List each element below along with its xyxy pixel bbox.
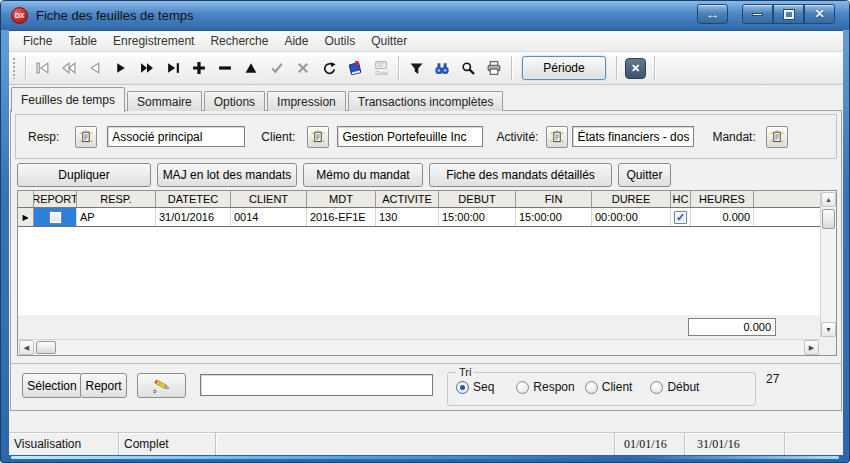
minimize-button[interactable] (742, 4, 773, 24)
grid-vertical-scrollbar[interactable]: ▲ ▼ (820, 191, 836, 338)
toolbar-close-button[interactable]: ✕ (625, 58, 646, 79)
post-record-button[interactable] (264, 55, 290, 81)
cell-debut[interactable]: 15:00:00 (439, 208, 516, 226)
find-button[interactable] (429, 55, 455, 81)
edit-pencil-button[interactable] (137, 373, 186, 398)
header-fin[interactable]: FIN (516, 191, 592, 208)
cell-duree[interactable]: 00:00:00 (592, 208, 671, 226)
report-checkbox[interactable] (49, 211, 62, 224)
quitter-button[interactable]: Quitter (618, 163, 671, 187)
nav-fast-back-button[interactable] (56, 55, 82, 81)
status-date-to: 31/01/16 (685, 433, 785, 455)
scroll-left-button[interactable]: ◀ (19, 340, 34, 355)
refresh-button[interactable] (316, 55, 342, 81)
grid-horizontal-scrollbar[interactable]: ◀ ▶ (18, 339, 820, 355)
search-button[interactable] (455, 55, 481, 81)
cell-activite[interactable]: 130 (376, 208, 439, 226)
menu-item-aide[interactable]: Aide (276, 34, 316, 48)
header-activite[interactable]: ACTIVITE (376, 191, 439, 208)
header-datetec[interactable]: DATETEC (156, 191, 231, 208)
cell-resp[interactable]: AP (77, 208, 156, 226)
radio-seq[interactable]: Seq (456, 380, 494, 394)
hc-checkbox[interactable]: ✓ (674, 211, 687, 224)
minimize-icon (752, 13, 763, 16)
resp-field[interactable] (107, 126, 245, 147)
menu-item-quitter[interactable]: Quitter (363, 34, 415, 48)
app-icon: DX (11, 7, 28, 24)
maximize-button[interactable] (773, 4, 804, 24)
goto-button[interactable]: Goto (368, 55, 394, 81)
header-heures[interactable]: HEURES (691, 191, 754, 208)
client-label: Client: (261, 130, 295, 144)
scroll-up-button[interactable]: ▲ (821, 192, 836, 207)
radio-client[interactable]: Client (585, 380, 633, 394)
menu-item-enregistrement[interactable]: Enregistrement (105, 34, 202, 48)
header-duree[interactable]: DUREE (592, 191, 671, 208)
selection-button[interactable]: Sélection (22, 373, 82, 398)
resize-toggle-button[interactable]: ↔ (697, 4, 728, 24)
nav-next-button[interactable] (108, 55, 134, 81)
tab-transactions-incompletes[interactable]: Transactions incomplètes (348, 91, 504, 111)
filter-input[interactable] (200, 374, 433, 396)
maj-lot-mandats-button[interactable]: MAJ en lot des mandats (157, 163, 297, 187)
header-hc[interactable]: HC (671, 191, 691, 208)
cancel-record-button[interactable] (290, 55, 316, 81)
table-row[interactable]: ▶ AP 31/01/2016 0014 2016-EF1E 130 15:00… (18, 208, 836, 227)
cell-fin[interactable]: 15:00:00 (516, 208, 592, 226)
period-button[interactable]: Période (522, 56, 606, 80)
edit-record-button[interactable] (238, 55, 264, 81)
statusbar: Visualisation Complet 01/01/16 31/01/16 (9, 432, 843, 455)
close-button[interactable]: ✕ (804, 4, 835, 24)
memo-mandat-button[interactable]: Mémo du mandat (303, 163, 423, 187)
nav-prev-button[interactable] (82, 55, 108, 81)
menu-item-outils[interactable]: Outils (316, 34, 363, 48)
dupliquer-button[interactable]: Dupliquer (17, 163, 151, 187)
scroll-right-button[interactable]: ▶ (804, 340, 819, 355)
titlebar[interactable]: DX Fiche des feuilles de temps ↔ ✕ (1, 1, 849, 30)
toolbar-grip[interactable] (12, 57, 17, 79)
filter-button[interactable] (403, 55, 429, 81)
cell-datetec[interactable]: 31/01/2016 (156, 208, 231, 226)
print-button[interactable] (481, 55, 507, 81)
add-record-button[interactable] (186, 55, 212, 81)
nav-last-button[interactable] (160, 55, 186, 81)
nav-first-button[interactable] (30, 55, 56, 81)
tab-impression[interactable]: Impression (267, 91, 346, 111)
cell-report[interactable] (34, 208, 77, 226)
cell-mdt[interactable]: 2016-EF1E (307, 208, 376, 226)
client-lookup-button[interactable] (307, 126, 329, 148)
tab-options[interactable]: Options (204, 91, 265, 111)
radio-debut[interactable]: Début (650, 380, 699, 394)
activite-lookup-button[interactable] (546, 126, 568, 148)
client-field[interactable] (337, 126, 483, 147)
menu-item-recherche[interactable]: Recherche (202, 34, 276, 48)
fiche-mandats-detailles-button[interactable]: Fiche des mandats détaillés (429, 163, 612, 187)
bookmark-button[interactable] (342, 55, 368, 81)
menu-item-table[interactable]: Table (60, 34, 105, 48)
mandat-lookup-button[interactable] (766, 126, 788, 148)
scroll-down-button[interactable]: ▼ (821, 322, 836, 337)
grid-empty-area[interactable] (18, 227, 820, 315)
radio-respon[interactable]: Respon (516, 380, 574, 394)
cell-client[interactable]: 0014 (231, 208, 307, 226)
horizontal-scroll-thumb[interactable] (36, 341, 56, 354)
delete-record-button[interactable] (212, 55, 238, 81)
header-mdt[interactable]: MDT (307, 191, 376, 208)
cell-heures[interactable]: 0.000 (691, 208, 754, 226)
tab-sommaire[interactable]: Sommaire (127, 91, 202, 111)
activite-field[interactable] (572, 126, 694, 147)
header-selector (18, 191, 34, 208)
header-report[interactable]: REPORT (34, 191, 77, 208)
vertical-scroll-thumb[interactable] (822, 209, 835, 229)
header-resp[interactable]: RESP. (77, 191, 156, 208)
nav-fast-forward-button[interactable] (134, 55, 160, 81)
left-arrow-icon: ◀ (24, 344, 29, 352)
header-debut[interactable]: DEBUT (439, 191, 516, 208)
resp-lookup-button[interactable] (75, 126, 97, 148)
menu-item-fiche[interactable]: Fiche (15, 34, 60, 48)
report-button[interactable]: Report (80, 373, 127, 398)
tab-feuilles-de-temps[interactable]: Feuilles de temps (11, 87, 125, 112)
header-client[interactable]: CLIENT (231, 191, 307, 208)
pencil-icon (151, 378, 173, 394)
cell-hc[interactable]: ✓ (671, 208, 691, 226)
